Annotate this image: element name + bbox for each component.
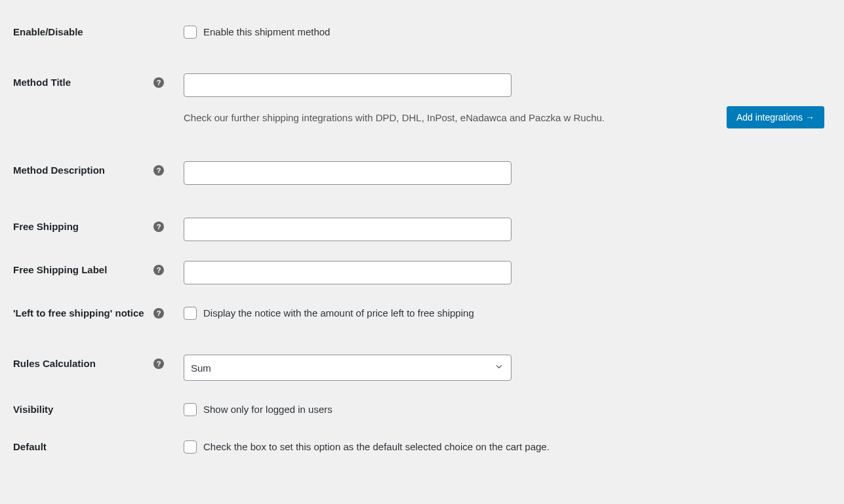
help-icon[interactable]: ?: [153, 359, 164, 369]
default-checkbox-label: Check the box to set this option as the …: [203, 441, 550, 452]
help-icon[interactable]: ?: [153, 265, 164, 275]
method-title-label: Method Title: [13, 77, 71, 88]
default-checkbox[interactable]: [184, 440, 197, 454]
free-shipping-label-input[interactable]: [184, 261, 512, 284]
settings-form-table: Enable/Disable Enable this shipment meth…: [13, 13, 831, 465]
left-to-free-shipping-checkbox-label: Display the notice with the amount of pr…: [203, 307, 474, 319]
default-label: Default: [13, 441, 47, 452]
enable-disable-label: Enable/Disable: [13, 26, 83, 37]
add-integrations-button[interactable]: Add integrations →: [727, 106, 824, 128]
free-shipping-label-label: Free Shipping Label: [13, 264, 107, 275]
method-description-input[interactable]: [184, 161, 512, 185]
visibility-checkbox-label: Show only for logged in users: [203, 404, 332, 415]
rules-calculation-select[interactable]: Sum: [184, 355, 512, 381]
free-shipping-label: Free Shipping: [13, 221, 79, 232]
enable-disable-checkbox[interactable]: [184, 26, 197, 39]
method-title-input[interactable]: [184, 73, 512, 97]
left-to-free-shipping-label: 'Left to free shipping' notice: [13, 307, 144, 319]
free-shipping-input[interactable]: [184, 218, 512, 241]
help-icon[interactable]: ?: [153, 222, 164, 232]
enable-disable-checkbox-label: Enable this shipment method: [203, 26, 330, 37]
method-description-label: Method Description: [13, 165, 105, 176]
help-icon[interactable]: ?: [153, 165, 164, 176]
visibility-checkbox[interactable]: [184, 403, 197, 416]
help-icon[interactable]: ?: [153, 308, 164, 319]
help-icon[interactable]: ?: [153, 77, 164, 88]
left-to-free-shipping-checkbox[interactable]: [184, 307, 197, 320]
method-title-helper-text: Check our further shipping integrations …: [184, 112, 716, 123]
rules-calculation-label: Rules Calculation: [13, 358, 96, 369]
visibility-label: Visibility: [13, 404, 53, 415]
